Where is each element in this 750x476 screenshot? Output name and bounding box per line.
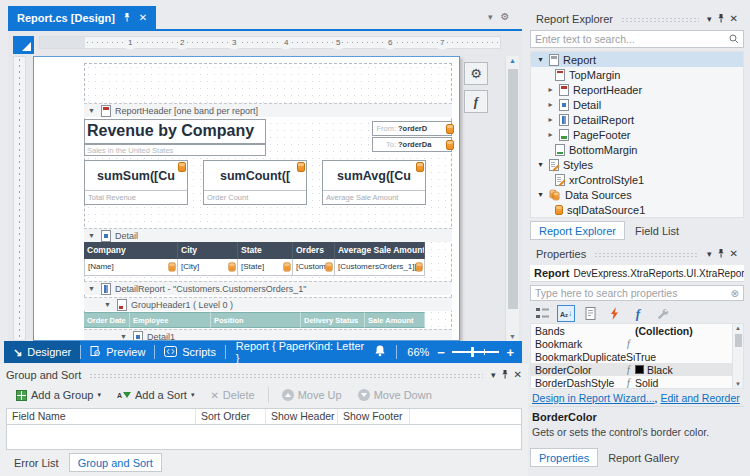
band-detail[interactable]: ▼ Detail <box>84 228 452 242</box>
chevron-down-icon[interactable]: ▾ <box>707 15 712 24</box>
property-row-borderdashstyle[interactable]: BorderDashStyle f Solid <box>531 376 743 389</box>
move-down-button[interactable]: Move Down <box>352 385 438 405</box>
tab-report-gallery[interactable]: Report Gallery <box>600 448 687 467</box>
pin-icon[interactable] <box>123 12 131 24</box>
band-collapse-icon[interactable]: ▼ <box>120 333 129 340</box>
alphabetical-icon[interactable]: Az↓ <box>557 305 575 322</box>
document-tab-report-design[interactable]: Report.cs [Design] ✕ <box>8 6 156 29</box>
zoom-slider[interactable] <box>452 351 500 353</box>
search-icon[interactable] <box>729 30 739 48</box>
chevron-down-icon[interactable]: ▾ <box>491 371 496 380</box>
properties-object-selector[interactable]: Report DevExpress.XtraReports.UI.XtraRep… <box>530 265 744 282</box>
explorer-search-box[interactable] <box>530 30 744 48</box>
expander-icon[interactable]: ▸ <box>546 115 555 124</box>
chevron-down-icon[interactable]: ▾ <box>707 250 712 259</box>
column-header[interactable]: Employee <box>130 312 211 328</box>
close-icon[interactable]: ✕ <box>514 370 522 380</box>
expander-icon[interactable]: ▾ <box>536 190 545 199</box>
properties-search-box[interactable]: ⊗ <box>530 285 744 301</box>
column-header[interactable]: Company <box>84 242 178 259</box>
band-collapse-icon[interactable]: ▼ <box>88 285 97 292</box>
column-header[interactable]: Average Sale Amount <box>335 242 425 259</box>
report-title-label[interactable]: Revenue by Company <box>84 119 266 144</box>
events-icon[interactable] <box>605 305 623 322</box>
scroll-down-icon[interactable]: ▼ <box>506 333 519 340</box>
tab-scripts[interactable]: Scripts <box>155 341 225 363</box>
tree-item-xrcontrolstyle1[interactable]: xrControlStyle1 <box>531 172 743 187</box>
zoom-slider-thumb[interactable] <box>471 347 474 357</box>
scroll-up-icon[interactable]: ▲ <box>506 57 519 64</box>
scroll-down-icon[interactable]: ▼ <box>733 381 743 387</box>
column-header[interactable]: Order Date <box>84 312 130 328</box>
design-in-report-wizard-link[interactable]: Design in Report Wizard... <box>532 392 655 404</box>
grid-column-header[interactable]: Show Header <box>266 409 338 424</box>
property-value[interactable]: (Collection) <box>635 325 743 337</box>
detail-table-data-row[interactable]: [Name] [City] [State] [Custom [Customers… <box>84 259 426 276</box>
param-to-field[interactable]: To: ?orderDa <box>372 137 452 152</box>
property-row-bookmarkduplicates[interactable]: BookmarkDuplicateSu True <box>531 350 743 363</box>
paperkind-status[interactable]: Report { PaperKind: Letter } <box>226 340 374 364</box>
field-cell[interactable]: [CustomersOrders_1][A <box>335 259 425 276</box>
pin-icon[interactable] <box>501 370 509 381</box>
explorer-search-input[interactable] <box>535 33 729 45</box>
property-row-bordercolor[interactable]: BorderColor f Black <box>531 363 743 376</box>
column-header[interactable]: City <box>178 242 238 259</box>
tree-item-top-margin[interactable]: TopMargin <box>531 67 743 82</box>
close-icon[interactable]: ✕ <box>730 14 738 24</box>
select-report-corner-button[interactable] <box>13 36 34 54</box>
close-icon[interactable]: ✕ <box>730 249 738 259</box>
column-header[interactable]: State <box>238 242 293 259</box>
property-row-bookmark[interactable]: Bookmark f <box>531 337 743 350</box>
expander-icon[interactable]: ▾ <box>536 160 545 169</box>
tree-item-report[interactable]: ▾ Report <box>531 52 743 67</box>
gear-button[interactable]: ⚙ <box>464 62 488 85</box>
expressions-icon[interactable]: f <box>629 305 647 322</box>
column-header[interactable]: Sale Amount <box>365 312 425 328</box>
tab-designer[interactable]: ↘ Designer <box>4 341 80 363</box>
grid-column-header[interactable]: Sort Order <box>196 409 266 424</box>
field-cell[interactable]: [City] <box>178 259 238 276</box>
band-collapse-icon[interactable]: ▼ <box>104 301 113 308</box>
close-icon[interactable]: ✕ <box>139 12 147 23</box>
zoom-out-button[interactable]: − <box>437 345 445 360</box>
summary-average-sale[interactable]: sumAvg([Cu Average Sale Amount <box>322 160 426 205</box>
add-group-button[interactable]: Add a Group ▾ <box>10 385 107 405</box>
tab-report-explorer[interactable]: Report Explorer <box>530 221 625 240</box>
tree-item-styles[interactable]: ▾ Styles <box>531 157 743 172</box>
report-page-surface[interactable]: ▼ ReportHeader [one band per report] Rev… <box>33 56 460 341</box>
column-header[interactable]: Orders <box>293 242 335 259</box>
param-from-field[interactable]: From: ?orderD <box>372 121 452 136</box>
move-up-button[interactable]: Move Up <box>276 385 348 405</box>
field-cell[interactable]: [Custom <box>293 259 335 276</box>
tab-group-and-sort[interactable]: Group and Sort <box>69 453 162 472</box>
tree-item-sqldatasource1[interactable]: sqlDataSource1 <box>531 202 743 217</box>
tab-error-list[interactable]: Error List <box>6 453 67 472</box>
band-group-header[interactable]: ▼ GroupHeader1 ( Level 0 ) <box>84 297 452 311</box>
grid-column-header[interactable]: Show Footer <box>338 409 410 424</box>
expander-icon[interactable]: ▸ <box>546 85 555 94</box>
column-header[interactable]: Position <box>211 312 301 328</box>
summary-order-count[interactable]: sumCount([ Order Count <box>203 160 307 205</box>
detail-table-header-row[interactable]: Company City State Orders Average Sale A… <box>84 242 426 259</box>
tree-item-data-sources[interactable]: ▾ Data Sources <box>531 187 743 202</box>
add-sort-button[interactable]: A Add a Sort ▾ <box>111 385 201 405</box>
expander-icon[interactable]: ▸ <box>546 100 555 109</box>
design-vertical-scrollbar[interactable]: ▲ ▼ <box>505 56 519 341</box>
edit-and-reorder-link[interactable]: Edit and Reorder <box>660 392 739 404</box>
tab-properties[interactable]: Properties <box>530 448 598 467</box>
band-collapse-icon[interactable]: ▼ <box>88 232 97 239</box>
summary-total-revenue[interactable]: sumSum([Cu Total Revenue <box>84 160 188 205</box>
property-value[interactable]: Solid <box>635 377 743 389</box>
field-cell[interactable]: [Name] <box>84 259 178 276</box>
chevron-down-icon[interactable]: ▾ <box>488 12 493 22</box>
band-detail-report[interactable]: ▼ DetailReport - "Customers.CustomersOrd… <box>84 281 452 295</box>
tab-preview[interactable]: Preview <box>81 341 154 363</box>
tree-item-detail-report[interactable]: ▸ DetailReport <box>531 112 743 127</box>
field-cell[interactable]: [State] <box>238 259 293 276</box>
clear-icon[interactable]: ⊗ <box>731 288 739 299</box>
properties-scrollbar[interactable]: ▲ ▼ <box>732 324 743 388</box>
property-row-bands[interactable]: Bands (Collection) <box>531 324 743 337</box>
band-collapse-icon[interactable]: ▼ <box>88 107 97 114</box>
scrollbar-thumb[interactable] <box>735 334 742 347</box>
expander-icon[interactable]: ▾ <box>536 55 545 64</box>
